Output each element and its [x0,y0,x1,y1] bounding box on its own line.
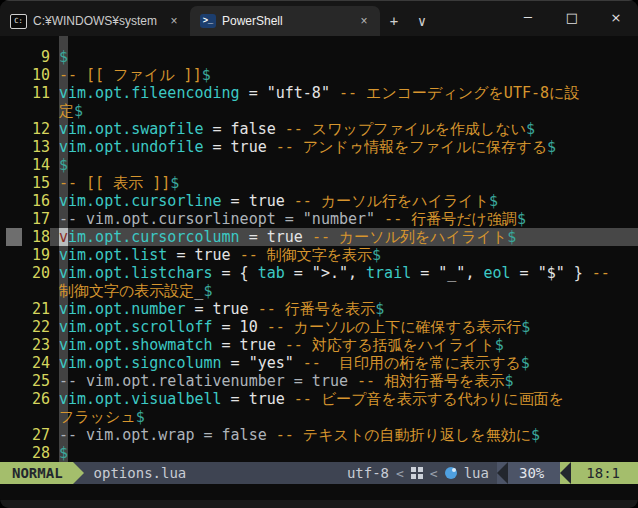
tab-powershell[interactable]: >_ PowerShell × [190,6,380,36]
sign-column [6,282,22,300]
code-token: -- エンコーディングをUTF-8に設 [339,84,579,102]
code-token: -- 対応する括弧をハイライト [285,336,495,354]
close-button[interactable]: × [594,0,638,34]
code-token: trail [366,264,411,282]
sign-column [6,48,22,66]
line-number: 12 [22,120,50,138]
code-token: = "_", [411,264,483,282]
code-token: $ [203,282,212,300]
editor-row: フラッシュ$ [6,408,638,426]
code-token: = "yes" [222,354,303,372]
tab-powershell-close-icon[interactable]: × [356,14,372,28]
tab-cmd-close-icon[interactable]: × [166,14,182,28]
line-number: 13 [22,138,50,156]
minimize-button[interactable]: ─ [506,0,550,34]
code-token: $ [521,354,530,372]
editor-row: 22vim.opt.scrolloff = 10 -- カーソルの上下に確保する… [6,318,638,336]
powerline-notch-icon [497,462,508,484]
code-token: 制御文字の表示設定 [59,282,194,300]
editor-buffer[interactable]: 9$10-- [[ ファイル ]]$11vim.opt.fileencoding… [0,36,638,462]
code-token: vim.opt.number [59,300,185,318]
code-token: $ [375,300,384,318]
editor-row: 14$ [6,156,638,174]
code-token: $ [59,156,68,174]
code-token: vim.opt.swapfile [59,120,204,138]
code-token: -- カーソル列をハイライト [312,228,507,246]
code-token: $ [547,138,556,156]
tab-dropdown-button[interactable]: ∨ [408,7,436,35]
editor-row: 25-- vim.opt.relativenumber = true -- 相対… [6,372,638,390]
code-token: = true [222,192,294,210]
window-bottom-edge [0,500,638,508]
line-number: 26 [22,390,50,408]
tab-cmd[interactable]: C: C:¥WINDOWS¥system × [0,6,190,36]
code-token: $ [526,120,535,138]
code-token: $ [59,444,68,462]
code-token: -- vim.opt.cursorlineopt = "number" [59,210,384,228]
status-line: NORMAL options.lua utf-8 < < lua 30% 18:… [0,462,638,484]
code-token: フラッシュ [59,408,136,426]
sign-column [6,210,22,228]
maximize-button[interactable]: □ [550,0,594,34]
editor-row: 11vim.opt.fileencoding = "uft-8" -- エンコー… [6,84,638,102]
sign-column [6,120,22,138]
mode-indicator: NORMAL [0,462,73,484]
statusline-right: utf-8 < < lua [347,465,489,481]
line-number [22,102,50,120]
code-token: eol [483,264,510,282]
sign-column [6,228,22,246]
code-token: = "uft-8" [240,84,339,102]
code-token: $ [507,228,516,246]
sign-column [6,156,22,174]
sign-column [6,390,22,408]
editor-row: 16vim.opt.cursorline = true -- カーソル行をハイラ… [6,192,638,210]
editor-row: 13vim.opt.undofile = true -- アンドゥ情報をファイル… [6,138,638,156]
code-token: -- カーソルの上下に確保する表示行 [267,318,522,336]
code-token: -- テキストの自動折り返しを無効に [276,426,531,444]
editor-row: 9$ [6,48,638,66]
line-number: 18 [22,228,50,246]
code-token: $ [504,372,513,390]
sign-column [6,84,22,102]
cursor-position: 18:1 [560,462,638,484]
editor-row: 18vim.opt.cursorcolumn = true -- カーソル列をハ… [6,228,638,246]
code-token: vim.opt.signcolumn [59,354,222,372]
code-token: -- vim.opt.wrap = false [59,426,276,444]
sign-column [6,318,22,336]
scroll-percent: 30% [497,462,560,484]
code-token: tab [258,264,285,282]
code-token: $ [521,318,530,336]
code-token: -- [[ 表示 ]] [59,174,170,192]
code-token: $ [531,426,540,444]
line-number: 17 [22,210,50,228]
command-line[interactable] [0,484,638,500]
editor-row: 21vim.opt.number = true -- 行番号を表示$ [6,300,638,318]
code-token: vim.opt.list [59,246,167,264]
sign-column [6,372,22,390]
sign-column [6,138,22,156]
code-token: -- vim.opt.relativenumber = true [59,372,357,390]
editor-row: 27-- vim.opt.wrap = false -- テキストの自動折り返し… [6,426,638,444]
code-token: $ [495,336,504,354]
sign-column [6,102,22,120]
editor-row: 26vim.opt.visualbell = true -- ビープ音を表示する… [6,390,638,408]
new-tab-button[interactable]: + [380,7,408,35]
sign-column [6,444,22,462]
code-token: vim.opt.undofile [59,138,204,156]
sign-column [6,300,22,318]
tab-bar: C: C:¥WINDOWS¥system × >_ PowerShell × +… [0,0,638,36]
editor-row: 23vim.opt.showmatch = true -- 対応する括弧をハイラ… [6,336,638,354]
code-token: = true [167,246,239,264]
filetype-label: lua [464,465,489,481]
code-token: = true [222,390,294,408]
code-token: $ [517,210,526,228]
code-token: -- [[ ファイル ]] [59,66,202,84]
cmd-icon: C: [10,14,27,29]
code-token: -- 相対行番号を表示 [357,372,504,390]
code-token: $ [136,408,145,426]
editor-row: 定$ [6,102,638,120]
code-token: -- 行番号だけ強調 [384,210,517,228]
line-number: 28 [22,444,50,462]
line-number: 9 [22,48,50,66]
file-name: options.lua [94,465,187,481]
